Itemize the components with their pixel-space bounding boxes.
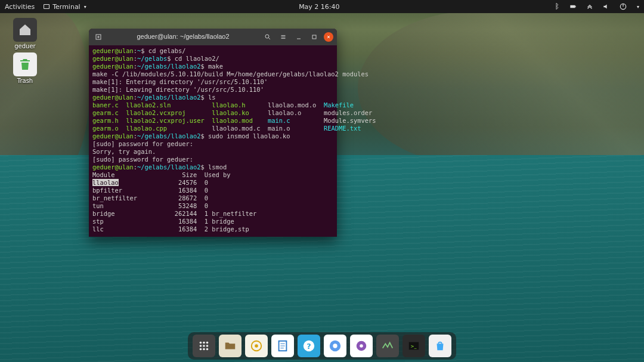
maximize-button[interactable] <box>308 31 320 43</box>
trash-icon <box>18 57 32 72</box>
svg-rect-1 <box>44 5 49 8</box>
chromium-icon <box>329 339 342 352</box>
svg-point-36 <box>333 344 337 348</box>
monitor-icon <box>381 339 394 352</box>
chevron-down-icon: ▾ <box>84 4 86 10</box>
dock-system-monitor[interactable] <box>376 335 399 357</box>
menu-button[interactable] <box>277 31 289 43</box>
clock[interactable]: May 2 16:40 <box>299 3 339 11</box>
svg-point-19 <box>203 342 205 344</box>
document-icon <box>276 339 289 352</box>
new-tab-button[interactable] <box>92 31 104 43</box>
svg-text:?: ? <box>306 342 311 351</box>
svg-line-10 <box>269 38 271 40</box>
svg-rect-2 <box>570 5 575 8</box>
terminal-titlebar[interactable]: geduer@ulan: ~/gelabs/llaolao2 <box>89 29 337 45</box>
home-icon <box>18 23 32 37</box>
close-button[interactable] <box>324 32 333 42</box>
bluetooth-icon <box>552 2 561 11</box>
apps-grid-icon <box>197 339 210 352</box>
folder-icon <box>224 339 237 352</box>
terminal-body[interactable]: geduer@ulan:~$ cd gelabs/ geduer@ulan:~/… <box>89 45 337 237</box>
speaker-icon <box>250 339 263 352</box>
dock-software[interactable] <box>429 335 451 357</box>
system-tray[interactable]: ▾ <box>552 2 639 11</box>
terminal-window[interactable]: geduer@ulan: ~/gelabs/llaolao2 geduer@ul… <box>89 29 337 237</box>
activities-button[interactable]: Activities <box>5 3 35 11</box>
svg-point-25 <box>203 348 205 351</box>
desktop-trash-icon[interactable]: Trash <box>9 52 41 84</box>
dock[interactable]: ? >_ <box>188 332 456 360</box>
network-icon <box>586 2 594 11</box>
shopping-bag-icon <box>434 339 447 352</box>
svg-point-22 <box>203 345 205 347</box>
terminal-icon <box>43 3 50 10</box>
svg-point-38 <box>360 344 363 348</box>
svg-point-9 <box>265 35 269 38</box>
battery-icon <box>569 2 577 11</box>
svg-point-21 <box>200 345 202 347</box>
dock-terminal[interactable]: >_ <box>402 335 425 357</box>
svg-text:>_: >_ <box>411 344 417 349</box>
minimize-button[interactable] <box>293 31 305 43</box>
gnome-topbar: Activities Terminal ▾ May 2 16:40 ▾ <box>0 0 644 13</box>
search-icon <box>264 33 271 41</box>
dock-help[interactable]: ? <box>298 335 320 357</box>
chevron-down-icon: ▾ <box>637 4 639 10</box>
svg-rect-3 <box>575 6 575 7</box>
help-icon: ? <box>302 339 315 352</box>
search-button[interactable] <box>262 31 274 43</box>
appmenu-terminal[interactable]: Terminal ▾ <box>43 3 86 11</box>
dock-screenshot[interactable] <box>350 335 373 357</box>
dock-chromium[interactable] <box>324 335 346 357</box>
dock-files[interactable] <box>219 335 242 357</box>
svg-point-26 <box>206 348 209 351</box>
window-title: geduer@ulan: ~/gelabs/llaolao2 <box>108 33 258 41</box>
svg-rect-15 <box>312 35 316 39</box>
svg-point-20 <box>206 342 209 344</box>
desktop-home-icon[interactable]: geduer <box>9 18 41 49</box>
dock-rhythmbox[interactable] <box>245 335 268 357</box>
dock-libreoffice-writer[interactable] <box>271 335 294 357</box>
volume-icon <box>602 2 611 11</box>
hamburger-icon <box>280 33 287 41</box>
svg-point-24 <box>200 348 202 351</box>
dock-show-apps[interactable] <box>193 335 215 357</box>
terminal-icon: >_ <box>407 339 420 352</box>
svg-point-28 <box>255 344 258 348</box>
svg-point-23 <box>206 345 209 347</box>
svg-point-18 <box>200 342 202 344</box>
camera-icon <box>355 339 368 352</box>
power-icon <box>619 2 627 11</box>
